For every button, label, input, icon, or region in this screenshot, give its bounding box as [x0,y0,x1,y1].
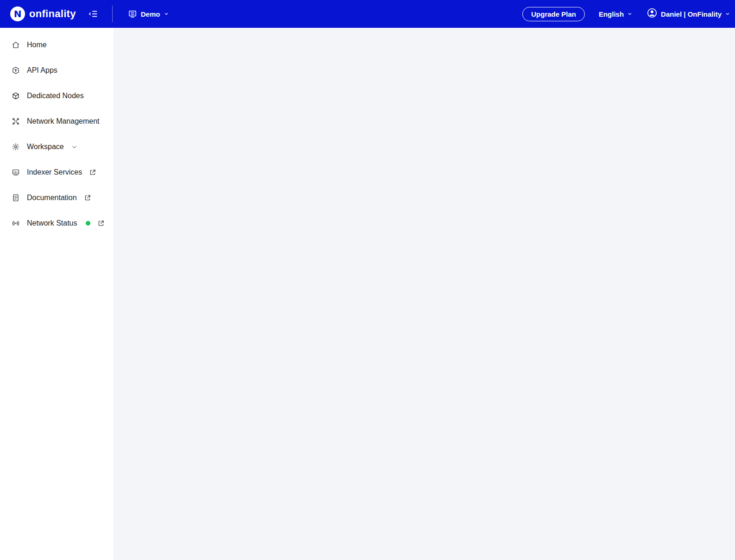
sidebar-item-documentation[interactable]: Documentation [0,187,114,208]
sidebar-item-workspace[interactable]: Workspace [0,136,114,157]
workspace-name: Demo [141,10,160,18]
sidebar-item-api-apps[interactable]: API Apps [0,60,114,81]
gear-icon [12,143,20,151]
document-icon [12,194,20,202]
sidebar-item-label: Network Status [27,219,77,227]
brand[interactable]: N onfinality [0,6,76,21]
collapse-sidebar-icon[interactable] [88,9,98,19]
chevron-down-icon [71,144,78,151]
navbar-divider [112,6,113,22]
indexer-icon [12,168,20,176]
sidebar: HomeAPI AppsDedicated NodesNetwork Manag… [0,28,114,560]
onfinality-logo-icon: N [10,6,25,21]
workspace-switcher[interactable]: Demo [128,9,170,19]
sidebar-item-indexer-services[interactable]: Indexer Services [0,162,114,183]
avatar-icon [646,7,658,20]
sidebar-item-network-status[interactable]: Network Status [0,213,114,234]
user-menu[interactable]: Daniel | OnFinality [646,7,730,20]
language-selector[interactable]: English [599,10,633,18]
sidebar-items: HomeAPI AppsDedicated NodesNetwork Manag… [0,34,114,234]
external-link-icon [97,220,105,227]
user-name: Daniel | OnFinality [661,10,722,18]
broadcast-icon [12,219,20,227]
chevron-down-icon [627,11,633,17]
chevron-down-icon [725,11,730,17]
external-link-icon [89,169,96,176]
sidebar-item-label: Indexer Services [27,168,82,176]
sidebar-item-label: Workspace [27,143,64,151]
top-navbar: N onfinality Demo Upgrade Plan English [0,0,735,28]
status-dot-green [86,221,90,226]
sidebar-item-label: Documentation [27,194,77,202]
home-icon [12,41,20,49]
sidebar-item-dedicated-nodes[interactable]: Dedicated Nodes [0,85,114,107]
sidebar-item-label: Dedicated Nodes [27,92,84,100]
sidebar-item-network-management[interactable]: Network Management [0,111,114,132]
sidebar-item-label: Network Management [27,117,100,126]
cube-icon [12,92,20,100]
sidebar-item-home[interactable]: Home [0,34,114,56]
language-label: English [599,10,624,18]
api-apps-icon [12,66,20,75]
chevron-down-icon [164,11,169,17]
upgrade-plan-button[interactable]: Upgrade Plan [522,7,585,21]
sidebar-item-label: API Apps [27,66,57,75]
network-icon [12,117,20,126]
external-link-icon [84,194,91,201]
sidebar-item-label: Home [27,41,47,49]
workspace-icon [128,9,137,19]
brand-name: onfinality [29,8,76,20]
